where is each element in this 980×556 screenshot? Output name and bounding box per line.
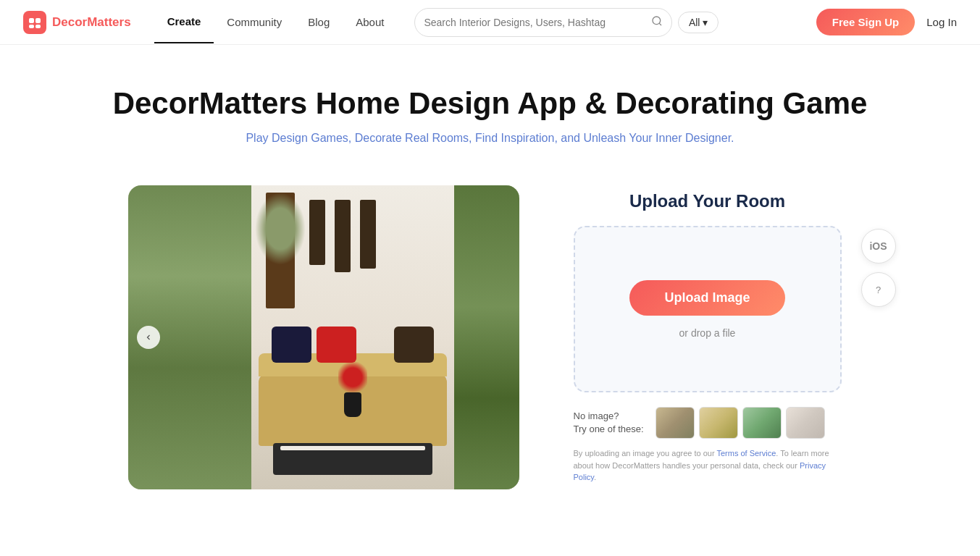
privacy-link[interactable]: Privacy Policy xyxy=(574,461,826,482)
signup-button[interactable]: Free Sign Up xyxy=(816,9,916,35)
nav-link-blog[interactable]: Blog xyxy=(295,1,343,43)
wall-hanging-2 xyxy=(335,200,351,272)
search-box xyxy=(414,8,671,37)
wall-hanging-3 xyxy=(360,200,376,269)
legal-text: By uploading an image you agree to our T… xyxy=(574,447,842,484)
navbar: DecorMatters Create Community Blog About… xyxy=(0,0,980,45)
pillow-1 xyxy=(272,327,311,363)
hero-subtitle: Play Design Games, Decorate Real Rooms, … xyxy=(23,132,957,145)
ios-button[interactable]: iOS xyxy=(861,229,896,264)
upload-image-button[interactable]: Upload Image xyxy=(629,280,784,316)
drop-text: or drop a file xyxy=(679,327,736,339)
decorative-tree xyxy=(266,193,295,308)
room-interior xyxy=(251,185,454,489)
svg-rect-3 xyxy=(35,25,41,28)
svg-rect-1 xyxy=(35,18,41,23)
upload-drop-zone[interactable]: Upload Image or drop a file xyxy=(574,226,842,392)
sample-thumb-3[interactable] xyxy=(742,407,782,439)
search-input[interactable] xyxy=(424,17,645,28)
room-image xyxy=(128,185,519,489)
pillow-2 xyxy=(317,327,356,363)
room-scene xyxy=(128,185,519,489)
sample-thumb-1[interactable] xyxy=(656,407,695,439)
nav-right: Free Sign Up Log In xyxy=(816,9,957,35)
login-button[interactable]: Log In xyxy=(926,16,957,28)
sample-thumb-2[interactable] xyxy=(699,407,738,439)
wall-hanging-1 xyxy=(309,200,325,265)
hero-title: DecorMatters Home Design App & Decoratin… xyxy=(23,85,957,122)
nav-item-create[interactable]: Create xyxy=(154,1,214,43)
search-filter-button[interactable]: All ▾ xyxy=(678,12,719,33)
nav-item-about[interactable]: About xyxy=(343,1,397,43)
brand-name: DecorMatters xyxy=(52,15,131,30)
filter-label: All xyxy=(689,17,700,28)
room-image-carousel xyxy=(128,185,519,489)
hero-section: DecorMatters Home Design App & Decoratin… xyxy=(0,45,980,168)
search-area: All ▾ xyxy=(414,8,719,37)
flowers xyxy=(338,359,367,395)
search-icon xyxy=(651,15,663,30)
nav-item-blog[interactable]: Blog xyxy=(295,1,343,43)
main-content: Upload Your Room Upload Image or drop a … xyxy=(0,168,980,533)
svg-rect-0 xyxy=(29,18,34,23)
carousel-prev-button[interactable] xyxy=(137,326,160,349)
nav-item-community[interactable]: Community xyxy=(214,1,295,43)
logo-link[interactable]: DecorMatters xyxy=(23,11,131,34)
sample-thumb-4[interactable] xyxy=(786,407,825,439)
sample-images-row: No image? Try one of these: xyxy=(574,407,842,439)
chevron-down-icon: ▾ xyxy=(703,17,708,28)
pillow-3 xyxy=(394,327,434,363)
sample-text: No image? Try one of these: xyxy=(574,410,644,436)
vase xyxy=(344,392,361,417)
upload-title: Upload Your Room xyxy=(629,191,785,211)
terms-link[interactable]: Terms of Service xyxy=(716,449,776,458)
svg-line-5 xyxy=(659,23,661,25)
nav-link-community[interactable]: Community xyxy=(214,1,295,43)
logo-icon xyxy=(23,11,46,34)
nav-link-about[interactable]: About xyxy=(343,1,397,43)
help-button[interactable]: ? xyxy=(861,272,896,307)
upload-panel: Upload Your Room Upload Image or drop a … xyxy=(563,185,853,484)
coffee-table xyxy=(273,443,432,475)
sample-thumbnails xyxy=(656,407,825,439)
nav-links: Create Community Blog About xyxy=(154,1,398,43)
svg-point-4 xyxy=(653,17,661,25)
nav-link-create[interactable]: Create xyxy=(154,1,214,43)
side-buttons: iOS ? xyxy=(861,229,896,307)
svg-rect-2 xyxy=(29,25,34,28)
